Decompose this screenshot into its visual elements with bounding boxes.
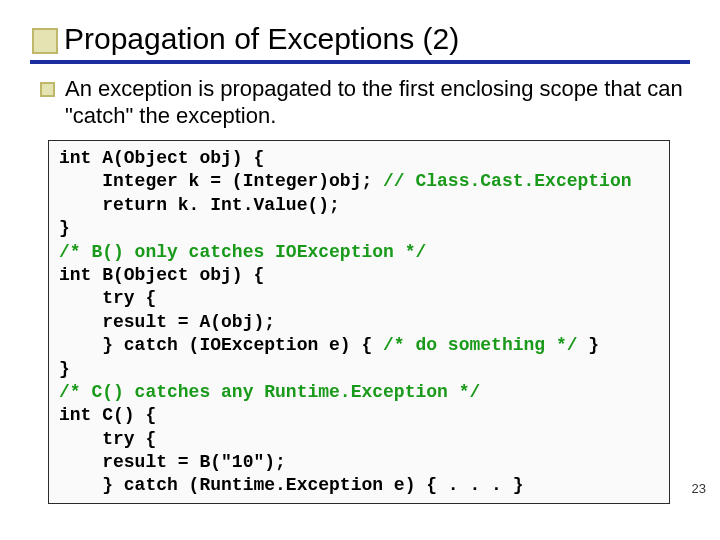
- code-line: result = B("10");: [59, 451, 659, 474]
- code-line: }: [59, 217, 659, 240]
- code-text: }: [59, 218, 70, 238]
- code-comment: /* B() only catches IOException */: [59, 242, 426, 262]
- code-line: try {: [59, 287, 659, 310]
- code-line: return k. Int.Value();: [59, 194, 659, 217]
- code-text: }: [59, 359, 70, 379]
- code-text: int A(Object obj) {: [59, 148, 264, 168]
- title-underline: [30, 60, 690, 64]
- code-line: try {: [59, 428, 659, 451]
- slide-title: Propagation of Exceptions (2): [64, 22, 459, 56]
- code-line: int A(Object obj) {: [59, 147, 659, 170]
- code-line: result = A(obj);: [59, 311, 659, 334]
- body-text-block: An exception is propagated to the first …: [40, 76, 690, 130]
- code-text: } catch (Runtime.Exception e) { . . . }: [59, 475, 523, 495]
- code-line: Integer k = (Integer)obj; // Class.Cast.…: [59, 170, 659, 193]
- code-line: } catch (Runtime.Exception e) { . . . }: [59, 474, 659, 497]
- code-text: result = A(obj);: [59, 312, 275, 332]
- bullet-icon: [40, 82, 55, 97]
- code-text: try {: [59, 288, 156, 308]
- code-line: /* C() catches any Runtime.Exception */: [59, 381, 659, 404]
- code-text: Integer k = (Integer)obj;: [59, 171, 383, 191]
- code-line: int B(Object obj) {: [59, 264, 659, 287]
- code-line: } catch (IOException e) { /* do somethin…: [59, 334, 659, 357]
- code-comment: /* C() catches any Runtime.Exception */: [59, 382, 480, 402]
- code-line: /* B() only catches IOException */: [59, 241, 659, 264]
- code-text: } catch (IOException e) {: [59, 335, 383, 355]
- code-comment: // Class.Cast.Exception: [383, 171, 631, 191]
- code-text: try {: [59, 429, 156, 449]
- bullet-text: An exception is propagated to the first …: [65, 76, 690, 130]
- code-line: int C() {: [59, 404, 659, 427]
- code-line: }: [59, 358, 659, 381]
- bullet-row: An exception is propagated to the first …: [40, 76, 690, 130]
- page-number: 23: [692, 481, 706, 496]
- slide: Propagation of Exceptions (2) An excepti…: [0, 0, 720, 540]
- code-text: return k. Int.Value();: [59, 195, 340, 215]
- code-text: int C() {: [59, 405, 156, 425]
- code-text: }: [578, 335, 600, 355]
- code-text: int B(Object obj) {: [59, 265, 264, 285]
- code-comment: /* do something */: [383, 335, 577, 355]
- title-row: Propagation of Exceptions (2): [32, 22, 700, 56]
- code-text: result = B("10");: [59, 452, 286, 472]
- title-bullet-icon: [32, 28, 58, 54]
- code-box: int A(Object obj) { Integer k = (Integer…: [48, 140, 670, 504]
